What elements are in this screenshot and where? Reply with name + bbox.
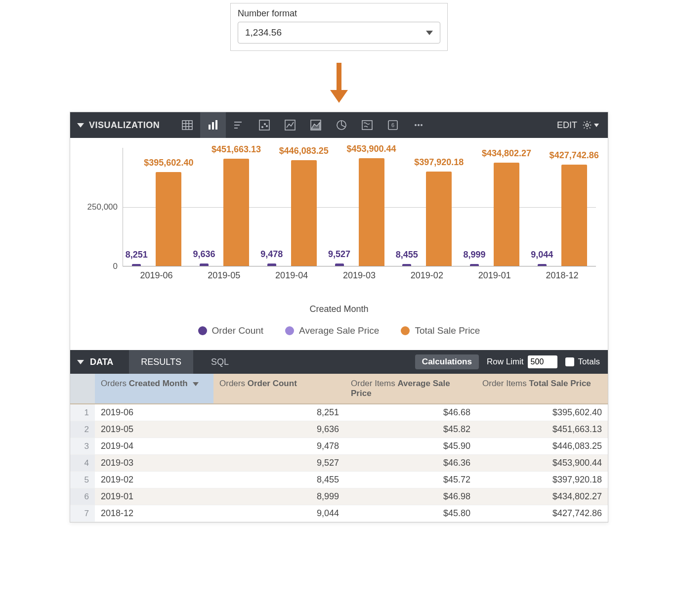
bar-value-label: $446,083.25 bbox=[279, 146, 329, 156]
bar[interactable]: $453,900.44 bbox=[359, 158, 384, 266]
bar-value-label: $427,742.86 bbox=[550, 150, 599, 161]
cell-total: $395,602.40 bbox=[476, 404, 608, 421]
svg-rect-11 bbox=[259, 120, 269, 130]
bar[interactable]: $397,920.18 bbox=[426, 172, 452, 266]
row-number: 5 bbox=[70, 472, 95, 488]
table-viz-icon[interactable] bbox=[174, 112, 200, 138]
viz-type-toolbar: 6 bbox=[174, 112, 431, 138]
collapse-caret-icon[interactable] bbox=[77, 123, 84, 128]
row-limit-input[interactable] bbox=[528, 355, 557, 368]
table-row[interactable]: 52019-028,455$45.72$397,920.18 bbox=[70, 472, 608, 488]
bar[interactable]: 9,044 bbox=[538, 264, 547, 266]
chart-area: 250,000 0 8,251$395,602.409,636$451,663.… bbox=[70, 138, 608, 350]
table-row[interactable]: 22019-059,636$45.82$451,663.13 bbox=[70, 421, 608, 438]
cell-total: $427,742.86 bbox=[476, 505, 608, 522]
gear-icon bbox=[582, 120, 592, 130]
cell-avg: $46.68 bbox=[345, 404, 476, 421]
column-header-avg-sale[interactable]: Order Items Average Sale Price bbox=[345, 374, 476, 404]
row-number: 6 bbox=[70, 488, 95, 505]
bar[interactable]: 8,251 bbox=[132, 264, 141, 266]
legend-item-avg-sale[interactable]: Average Sale Price bbox=[285, 325, 379, 336]
bar-value-label: 9,478 bbox=[260, 249, 283, 260]
bar[interactable]: $395,602.40 bbox=[156, 172, 181, 266]
bar[interactable]: 8,455 bbox=[402, 264, 411, 266]
cell-count: 9,478 bbox=[213, 438, 345, 455]
looker-panel: VISUALIZATION 6 EDIT bbox=[70, 112, 608, 523]
row-number: 2 bbox=[70, 421, 95, 438]
bar-group: 9,478$446,083.25 bbox=[258, 148, 326, 266]
calculations-button[interactable]: Calculations bbox=[415, 354, 479, 369]
cell-avg: $45.82 bbox=[345, 421, 476, 438]
viz-settings-button[interactable] bbox=[582, 120, 599, 130]
column-header-total-sale[interactable]: Order Items Total Sale Price bbox=[476, 374, 608, 404]
cell-month: 2019-05 bbox=[95, 421, 213, 438]
bar[interactable]: $434,802.27 bbox=[494, 163, 519, 266]
bar-value-label: $395,602.40 bbox=[144, 158, 193, 168]
table-row[interactable]: 72018-129,044$45.80$427,742.86 bbox=[70, 505, 608, 522]
rownum-header bbox=[70, 374, 95, 404]
map-viz-icon[interactable] bbox=[354, 112, 380, 138]
bar-value-label: 8,999 bbox=[463, 250, 485, 260]
tab-results[interactable]: RESULTS bbox=[129, 350, 193, 374]
bar-group: 8,999$434,802.27 bbox=[461, 148, 529, 266]
number-format-value: 1,234.56 bbox=[245, 27, 282, 38]
bar-value-label: $453,900.44 bbox=[346, 144, 396, 154]
single-value-viz-icon[interactable]: 6 bbox=[380, 112, 406, 138]
bar-group: 9,636$451,663.13 bbox=[191, 148, 258, 266]
bar[interactable]: 9,478 bbox=[267, 264, 276, 266]
cell-avg: $45.72 bbox=[345, 472, 476, 488]
pie-viz-icon[interactable] bbox=[329, 112, 354, 138]
row-limit: Row Limit bbox=[487, 355, 557, 368]
cell-count: 9,044 bbox=[213, 505, 345, 522]
cell-avg: $45.90 bbox=[345, 438, 476, 455]
plot-area: 8,251$395,602.409,636$451,663.139,478$44… bbox=[123, 148, 596, 266]
number-format-select[interactable]: 1,234.56 bbox=[238, 22, 440, 44]
bar-viz-icon[interactable] bbox=[226, 112, 252, 138]
collapse-caret-icon[interactable] bbox=[77, 360, 84, 364]
cell-total: $397,920.18 bbox=[476, 472, 608, 488]
cell-count: 8,999 bbox=[213, 488, 345, 505]
bar[interactable]: $451,663.13 bbox=[223, 159, 249, 266]
column-viz-icon[interactable] bbox=[200, 112, 226, 138]
more-viz-icon[interactable] bbox=[406, 112, 431, 138]
arrow-head-icon bbox=[330, 90, 348, 103]
legend-item-total-sale[interactable]: Total Sale Price bbox=[401, 325, 480, 336]
row-limit-label: Row Limit bbox=[487, 357, 524, 367]
table-row[interactable]: 62019-018,999$46.98$434,802.27 bbox=[70, 488, 608, 505]
cell-month: 2019-06 bbox=[95, 404, 213, 421]
svg-point-13 bbox=[264, 124, 266, 125]
edit-button[interactable]: EDIT bbox=[557, 120, 577, 131]
cell-total: $453,900.44 bbox=[476, 455, 608, 472]
area-viz-icon[interactable] bbox=[303, 112, 329, 138]
table-row[interactable]: 32019-049,478$45.90$446,083.25 bbox=[70, 438, 608, 455]
bar[interactable]: $427,742.86 bbox=[561, 165, 587, 266]
cell-avg: $45.80 bbox=[345, 505, 476, 522]
svg-rect-6 bbox=[212, 122, 214, 130]
cell-count: 9,527 bbox=[213, 455, 345, 472]
legend-item-order-count[interactable]: Order Count bbox=[198, 325, 264, 336]
bar[interactable]: $446,083.25 bbox=[291, 160, 317, 266]
totals-toggle[interactable]: Totals bbox=[565, 357, 600, 367]
line-viz-icon[interactable] bbox=[277, 112, 303, 138]
bar[interactable]: 9,527 bbox=[335, 264, 344, 266]
bar[interactable]: 8,999 bbox=[470, 264, 479, 266]
cell-month: 2018-12 bbox=[95, 505, 213, 522]
bar-value-label: 8,251 bbox=[126, 250, 148, 260]
cell-count: 9,636 bbox=[213, 421, 345, 438]
y-axis: 250,000 0 bbox=[80, 148, 121, 266]
bar-value-label: 9,636 bbox=[193, 249, 215, 260]
chart-plot: 250,000 0 8,251$395,602.409,636$451,663.… bbox=[80, 148, 598, 281]
svg-point-23 bbox=[421, 124, 423, 126]
cell-count: 8,455 bbox=[213, 472, 345, 488]
table-row[interactable]: 12019-068,251$46.68$395,602.40 bbox=[70, 404, 608, 421]
bar[interactable]: 9,636 bbox=[200, 264, 209, 266]
sort-desc-icon bbox=[193, 382, 199, 386]
column-header-order-count[interactable]: Orders Order Count bbox=[213, 374, 345, 404]
table-row[interactable]: 42019-039,527$46.36$453,900.44 bbox=[70, 455, 608, 472]
cell-month: 2019-02 bbox=[95, 472, 213, 488]
column-header-created-month[interactable]: Orders Created Month bbox=[95, 374, 213, 404]
chevron-down-icon bbox=[594, 124, 599, 127]
data-title: DATA bbox=[90, 357, 113, 367]
tab-sql[interactable]: SQL bbox=[199, 350, 241, 374]
scatter-viz-icon[interactable] bbox=[252, 112, 277, 138]
